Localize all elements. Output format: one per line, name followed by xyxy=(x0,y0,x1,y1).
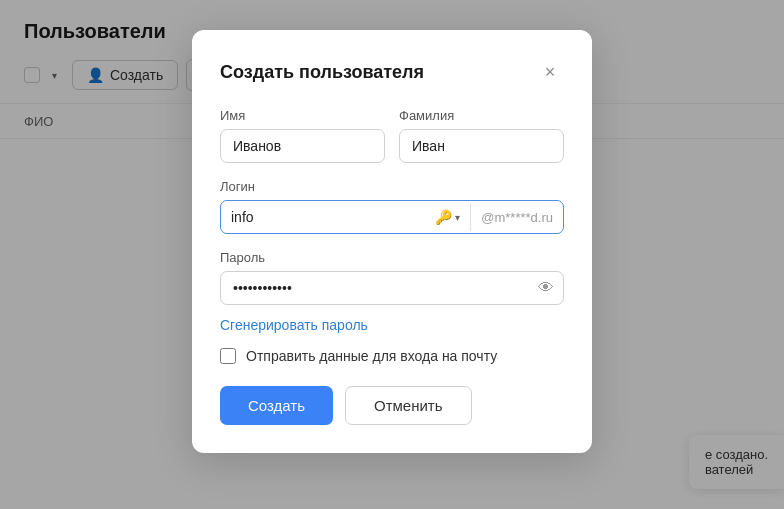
send-email-label: Отправить данные для входа на почту xyxy=(246,348,497,364)
name-row: Имя Фамилия xyxy=(220,108,564,163)
modal-title: Создать пользователя xyxy=(220,62,424,83)
password-toggle-button[interactable]: 👁 xyxy=(538,279,554,297)
create-user-modal: Создать пользователя × Имя Фамилия Логин… xyxy=(192,30,592,453)
generate-password-link[interactable]: Сгенерировать пароль xyxy=(220,317,368,333)
close-icon: × xyxy=(545,62,556,83)
first-name-input[interactable] xyxy=(220,129,385,163)
login-label: Логин xyxy=(220,179,564,194)
eye-icon: 👁 xyxy=(538,279,554,297)
password-wrapper: 👁 xyxy=(220,271,564,305)
last-name-group: Фамилия xyxy=(399,108,564,163)
password-input[interactable] xyxy=(220,271,564,305)
last-name-label: Фамилия xyxy=(399,108,564,123)
login-group: Логин 🔑 ▾ @m*****d.ru xyxy=(220,179,564,234)
chevron-down-icon: ▾ xyxy=(455,212,460,223)
modal-footer: Создать Отменить xyxy=(220,386,564,425)
modal-header: Создать пользователя × xyxy=(220,58,564,86)
key-icon: 🔑 xyxy=(435,209,452,225)
send-email-checkbox[interactable] xyxy=(220,348,236,364)
password-group: Пароль 👁 xyxy=(220,250,564,305)
login-key-button[interactable]: 🔑 ▾ xyxy=(425,203,471,231)
cancel-button[interactable]: Отменить xyxy=(345,386,472,425)
login-input[interactable] xyxy=(221,201,425,233)
send-email-row: Отправить данные для входа на почту xyxy=(220,348,564,364)
login-domain: @m*****d.ru xyxy=(471,204,563,231)
last-name-input[interactable] xyxy=(399,129,564,163)
first-name-label: Имя xyxy=(220,108,385,123)
first-name-group: Имя xyxy=(220,108,385,163)
modal-close-button[interactable]: × xyxy=(536,58,564,86)
submit-button[interactable]: Создать xyxy=(220,386,333,425)
password-label: Пароль xyxy=(220,250,564,265)
login-field-wrapper: 🔑 ▾ @m*****d.ru xyxy=(220,200,564,234)
